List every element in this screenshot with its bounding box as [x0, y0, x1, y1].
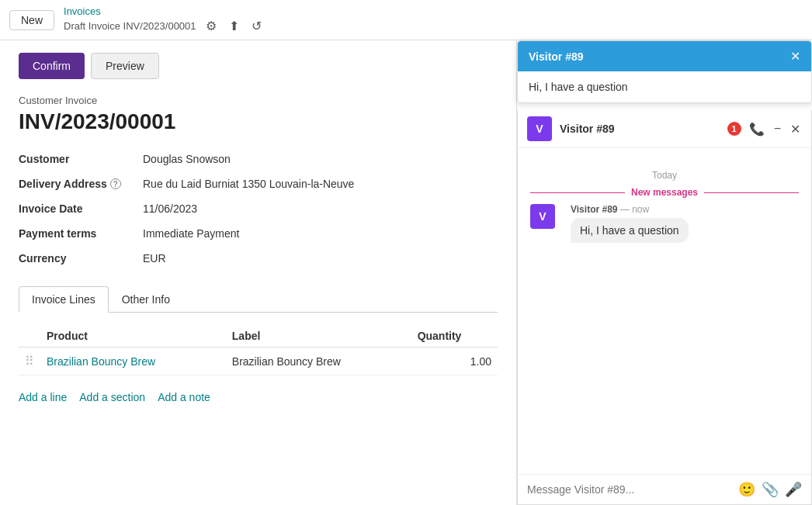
notification-title: Visitor #89: [529, 50, 584, 63]
chat-title-bar: V Visitor #89 1 📞 − ✕: [518, 110, 811, 148]
label-cell: Brazilian Bouncy Brew: [226, 348, 411, 375]
drag-handle-icon: ⠿: [25, 355, 34, 368]
phone-icon[interactable]: 📞: [748, 120, 766, 138]
breadcrumb-link[interactable]: Invoices: [64, 5, 265, 17]
message-meta: Visitor #89 — now: [571, 204, 689, 215]
payment-terms-value: Immediate Payment: [143, 224, 498, 243]
message-time: now: [632, 204, 649, 215]
invoice-number: INV/2023/00001: [19, 109, 498, 134]
settings-icon[interactable]: ⚙: [203, 17, 220, 35]
confirm-button[interactable]: Confirm: [19, 53, 85, 79]
chat-window: V Visitor #89 1 📞 − ✕ Today New messages: [517, 110, 812, 505]
customer-value: Douglas Snowson: [143, 150, 498, 168]
new-messages-line-right: [704, 192, 799, 193]
preview-button[interactable]: Preview: [91, 53, 159, 79]
quantity-cell: 1.00: [411, 348, 498, 375]
label-col-header: Label: [226, 325, 411, 348]
chat-visitor-name: Visitor #89: [560, 123, 727, 135]
table-actions: Add a line Add a section Add a note: [19, 385, 498, 410]
new-messages-label: New messages: [631, 187, 698, 198]
notification-close-button[interactable]: ✕: [790, 49, 800, 64]
product-link[interactable]: Brazilian Bouncy Brew: [47, 355, 155, 368]
notification-popup: Visitor #89 ✕ Hi, I have a question: [517, 40, 812, 103]
invoice-panel: Confirm Preview Customer Invoice INV/202…: [0, 40, 517, 505]
breadcrumb-area: Invoices Draft Invoice INV/2023/00001 ⚙ …: [64, 5, 265, 35]
payment-terms-label: Payment terms: [19, 224, 143, 243]
tab-invoice-lines[interactable]: Invoice Lines: [19, 286, 109, 313]
delivery-address-value: Rue du Laid Burniat 1350 Louvain-la-Neuv…: [143, 175, 498, 193]
message-bubble: Hi, I have a question: [571, 218, 689, 243]
message-author: Visitor #89: [571, 204, 617, 215]
emoji-icon[interactable]: 🙂: [738, 481, 755, 498]
notification-body: Hi, I have a question: [518, 71, 811, 102]
notification-header: Visitor #89 ✕: [518, 41, 811, 71]
delivery-address-label: Delivery Address ?: [19, 175, 143, 193]
message-content: Visitor #89 — now Hi, I have a question: [571, 204, 689, 243]
visitor-avatar: V: [527, 116, 552, 141]
product-col-header: Product: [40, 325, 226, 348]
message-avatar: V: [530, 204, 555, 229]
draft-invoice-label: Draft Invoice INV/2023/00001: [64, 20, 196, 32]
quantity-col-header: Quantity: [411, 325, 498, 348]
new-messages-divider: New messages: [530, 187, 799, 198]
chat-date-divider: Today: [530, 170, 799, 181]
currency-value: EUR: [143, 249, 498, 268]
refresh-icon[interactable]: ↺: [248, 17, 265, 35]
chat-messages: Today New messages V Visitor #89 — now H…: [518, 148, 811, 474]
tabs-area: Invoice Lines Other Info: [19, 286, 498, 313]
cloud-upload-icon[interactable]: ⬆: [226, 17, 242, 35]
product-cell: Brazilian Bouncy Brew: [40, 348, 226, 375]
breadcrumb-sub: Draft Invoice INV/2023/00001 ⚙ ⬆ ↺: [64, 17, 265, 35]
unread-badge: 1: [727, 122, 741, 136]
add-section-button[interactable]: Add a section: [79, 391, 145, 403]
new-messages-line-left: [530, 192, 625, 193]
attachment-icon[interactable]: 📎: [762, 481, 779, 498]
delivery-help-icon[interactable]: ?: [110, 178, 121, 189]
top-bar: New Invoices Draft Invoice INV/2023/0000…: [0, 0, 812, 40]
add-line-button[interactable]: Add a line: [19, 391, 67, 403]
new-button[interactable]: New: [9, 10, 54, 30]
main-content: Confirm Preview Customer Invoice INV/202…: [0, 40, 812, 505]
chat-input-area: 🙂 📎 🎤: [518, 474, 811, 504]
chat-input[interactable]: [527, 483, 732, 496]
currency-label: Currency: [19, 249, 143, 268]
message-row: V Visitor #89 — now Hi, I have a questio…: [530, 204, 799, 243]
add-note-button[interactable]: Add a note: [158, 391, 210, 403]
chat-panel: Visitor #89 ✕ Hi, I have a question V Vi…: [517, 40, 812, 505]
invoice-date-value: 11/06/2023: [143, 199, 498, 218]
minimize-icon[interactable]: −: [772, 120, 783, 137]
invoice-date-label: Invoice Date: [19, 199, 143, 218]
customer-label: Customer: [19, 150, 143, 168]
tab-other-info[interactable]: Other Info: [109, 286, 183, 312]
invoice-fields: Customer Douglas Snowson Delivery Addres…: [19, 150, 498, 268]
action-bar: Confirm Preview: [19, 53, 498, 79]
table-row: ⠿ Brazilian Bouncy Brew Brazilian Bouncy…: [19, 348, 498, 375]
invoice-type: Customer Invoice: [19, 95, 498, 106]
mic-icon[interactable]: 🎤: [785, 481, 802, 498]
close-chat-button[interactable]: ✕: [789, 120, 802, 138]
drag-handle[interactable]: ⠿: [19, 348, 40, 375]
invoice-table: Product Label Quantity ⠿ Brazilian Bounc…: [19, 325, 498, 375]
drag-col-header: [19, 325, 40, 348]
chat-controls: 1 📞 − ✕: [727, 120, 802, 138]
